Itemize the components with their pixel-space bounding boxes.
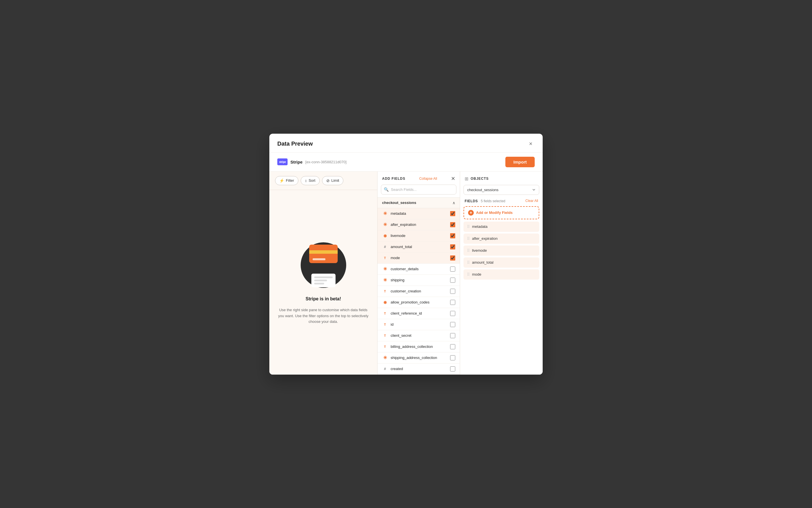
modal-body: ⚡ Filter ↕ Sort ⊘ Limit	[269, 171, 543, 375]
limit-icon: ⊘	[326, 178, 330, 183]
field-checkbox[interactable]	[450, 322, 455, 327]
field-checkbox[interactable]	[450, 233, 455, 238]
search-box: 🔍	[381, 184, 456, 195]
field-type-icon: ✳	[382, 211, 388, 216]
field-checkbox[interactable]	[450, 278, 455, 283]
field-checkbox[interactable]	[450, 300, 455, 305]
source-name: Stripe	[291, 160, 303, 164]
field-type-icon: ✳	[382, 355, 388, 361]
field-checkbox[interactable]	[450, 222, 455, 227]
drag-handle-icon[interactable]: ⠿	[467, 260, 470, 265]
field-name: billing_address_collection	[391, 344, 447, 349]
drag-handle-icon[interactable]: ⠿	[467, 272, 470, 277]
beta-description: Use the right side pane to customise whi…	[278, 307, 369, 325]
field-checkbox[interactable]	[450, 266, 455, 271]
source-bar: stripe Stripe [ex-conn-38588211d070] Imp…	[269, 153, 543, 171]
field-row: T client_secret	[378, 330, 460, 341]
field-checkbox[interactable]	[450, 244, 455, 249]
field-name: customer_creation	[391, 289, 447, 293]
field-row: ✳ metadata	[378, 208, 460, 219]
ill-card-stripe	[309, 250, 338, 254]
field-checkbox[interactable]	[450, 344, 455, 349]
add-modify-fields-button[interactable]: + Add or Modify Fields	[464, 206, 539, 219]
filter-label: Filter	[286, 178, 294, 183]
add-fields-header: ADD FIELDS Collapse All ✕	[378, 171, 460, 184]
close-button[interactable]: ×	[527, 140, 535, 148]
selected-field-row: ⠿ metadata	[464, 221, 539, 232]
fields-label-group: FIELDS 5 fields selected	[465, 198, 505, 203]
drag-handle-icon[interactable]: ⠿	[467, 237, 470, 241]
limit-label: Limit	[332, 178, 339, 183]
field-name: client_reference_id	[391, 311, 447, 315]
objects-icon: ⊞	[465, 176, 468, 181]
field-row: T mode	[378, 253, 460, 264]
fields-label-row: FIELDS 5 fields selected Clear All	[460, 198, 543, 206]
fields-section-header[interactable]: checkout_sessions ∧	[378, 198, 460, 208]
fields-label: FIELDS	[465, 199, 478, 203]
clear-all-button[interactable]: Clear All	[525, 199, 538, 203]
field-name: client_secret	[391, 333, 447, 338]
objects-select-wrap: checkout_sessions	[460, 185, 543, 198]
field-name: amount_total	[391, 245, 447, 249]
field-checkbox[interactable]	[450, 333, 455, 338]
field-row: T id	[378, 319, 460, 330]
chevron-up-icon: ∧	[453, 201, 455, 205]
field-row: ✳ shipping_address_collection	[378, 352, 460, 364]
fields-section: checkout_sessions ∧ ✳ metadata ✳ after_e…	[378, 198, 460, 375]
field-name: mode	[391, 256, 447, 260]
field-checkbox[interactable]	[450, 255, 455, 260]
close-add-fields-button[interactable]: ✕	[451, 176, 455, 181]
field-checkbox[interactable]	[450, 366, 455, 372]
search-fields-input[interactable]	[381, 184, 456, 195]
data-preview-modal: Data Preview × stripe Stripe [ex-conn-38…	[269, 134, 543, 375]
ill-doc	[311, 273, 336, 287]
selected-field-row: ⠿ livemode	[464, 246, 539, 256]
add-modify-icon: +	[468, 210, 474, 216]
field-name: shipping	[391, 278, 447, 282]
drag-handle-icon[interactable]: ⠿	[467, 248, 470, 253]
objects-title: OBJECTS	[471, 177, 489, 181]
section-name: checkout_sessions	[382, 201, 416, 205]
sort-label: Sort	[309, 178, 315, 183]
field-checkbox[interactable]	[450, 211, 455, 216]
field-name: shipping_address_collection	[391, 355, 447, 360]
field-type-icon: T	[382, 344, 388, 349]
field-checkbox[interactable]	[450, 289, 455, 294]
ill-card-line	[313, 258, 325, 260]
stripe-logo-text: stripe	[279, 160, 286, 164]
left-panel: ⚡ Filter ↕ Sort ⊘ Limit	[269, 171, 378, 375]
sort-button[interactable]: ↕ Sort	[301, 176, 320, 185]
selected-fields-list: ⠿ metadata ⠿ after_expiration ⠿ livemode…	[460, 221, 543, 375]
field-type-icon: T	[382, 288, 388, 294]
selected-field-name: mode	[472, 272, 481, 277]
field-row: ✳ shipping	[378, 275, 460, 286]
ill-doc-line-3	[314, 283, 324, 285]
field-row: ◉ livemode	[378, 230, 460, 242]
drag-handle-icon[interactable]: ⠿	[467, 224, 470, 229]
modal-overlay: Data Preview × stripe Stripe [ex-conn-38…	[0, 0, 812, 508]
field-checkbox[interactable]	[450, 311, 455, 316]
field-type-icon: T	[382, 255, 388, 261]
add-fields-panel: ADD FIELDS Collapse All ✕ 🔍 checkout_ses…	[378, 171, 460, 375]
field-type-icon: T	[382, 333, 388, 338]
field-row: # amount_total	[378, 242, 460, 253]
collapse-all-button[interactable]: Collapse All	[419, 177, 437, 181]
field-type-icon: T	[382, 310, 388, 316]
field-name: metadata	[391, 211, 447, 216]
modal-header: Data Preview ×	[269, 134, 543, 153]
add-fields-title: ADD FIELDS	[382, 177, 405, 181]
beta-title: Stripe is in beta!	[306, 296, 341, 301]
field-checkbox[interactable]	[450, 355, 455, 361]
import-button[interactable]: Import	[505, 157, 535, 167]
field-name: allow_promotion_codes	[391, 300, 447, 304]
field-type-icon: #	[382, 244, 388, 250]
objects-select[interactable]: checkout_sessions	[464, 185, 539, 195]
ill-card	[309, 245, 338, 263]
modal-title: Data Preview	[277, 140, 313, 147]
objects-header: ⊞ OBJECTS	[460, 171, 543, 185]
ill-doc-line-1	[314, 277, 333, 278]
limit-button[interactable]: ⊘ Limit	[322, 176, 343, 185]
selected-field-row: ⠿ amount_total	[464, 257, 539, 268]
selected-field-name: amount_total	[472, 260, 493, 264]
filter-button[interactable]: ⚡ Filter	[275, 176, 298, 185]
